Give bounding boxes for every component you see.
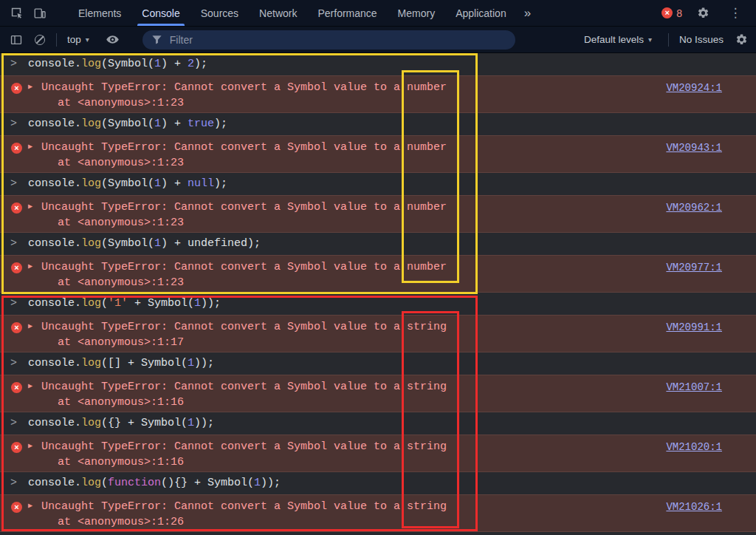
clear-console-icon[interactable]: [28, 27, 52, 52]
error-source-link[interactable]: VM20924:1: [666, 82, 722, 94]
kebab-menu-icon[interactable]: ⋮: [724, 5, 747, 21]
code-token: log: [81, 357, 101, 369]
code-token: ) +: [161, 58, 188, 70]
console-sidebar-toggle-icon[interactable]: [4, 27, 28, 52]
error-source-link[interactable]: VM21026:1: [666, 501, 722, 513]
error-source-link[interactable]: VM20991:1: [666, 321, 722, 333]
error-count-badge[interactable]: × 8: [662, 7, 682, 19]
toolbar-separator: [668, 33, 669, 47]
code-token: console.: [28, 297, 81, 310]
issues-status[interactable]: No Issues: [679, 34, 724, 45]
tab-console[interactable]: Console: [131, 0, 190, 26]
expand-triangle-icon[interactable]: ▶: [28, 202, 32, 211]
error-message-text: Uncaught TypeError: Cannot convert a Sym…: [41, 261, 407, 273]
console-error-row: ×▶Uncaught TypeError: Cannot convert a S…: [0, 135, 756, 173]
error-message-text: Uncaught TypeError: Cannot convert a Sym…: [41, 141, 407, 154]
command-prompt-chevron: >: [10, 352, 28, 375]
code-token: null: [188, 177, 214, 190]
console-command-row: >console.log('1' + Symbol(1));: [0, 293, 756, 315]
inspect-element-icon[interactable]: [4, 0, 28, 26]
code-token: 2: [188, 58, 194, 70]
error-message-text: Uncaught TypeError: Cannot convert a Sym…: [41, 201, 407, 214]
funnel-icon: [151, 34, 162, 45]
error-location: at <anonymous>:1:23: [58, 275, 756, 290]
console-error-row: ×▶Uncaught TypeError: Cannot convert a S…: [0, 494, 756, 532]
command-prompt-chevron: >: [10, 113, 28, 135]
error-source-link[interactable]: VM21020:1: [666, 441, 722, 453]
error-source-link[interactable]: VM21007:1: [666, 381, 722, 393]
error-message: Uncaught TypeError: Cannot convert a Sym…: [41, 140, 756, 155]
sidebar-toggle-glyph: [10, 33, 23, 47]
code-token: 1: [154, 58, 161, 70]
console-settings-gear-icon[interactable]: [729, 27, 753, 52]
error-icon: ×: [11, 442, 22, 453]
log-levels-label: Default levels: [584, 34, 644, 45]
error-location: at <anonymous>:1:16: [58, 395, 756, 410]
expand-triangle-icon[interactable]: ▶: [28, 321, 32, 330]
error-location: at <anonymous>:1:26: [58, 514, 756, 530]
live-expression-eye-icon[interactable]: [101, 27, 125, 52]
code-token: ({} + Symbol(: [101, 417, 188, 429]
expand-triangle-icon[interactable]: ▶: [28, 501, 32, 510]
device-toolbar-glyph: [33, 7, 47, 20]
code-token: ) +: [161, 177, 188, 190]
tab-sources[interactable]: Sources: [190, 0, 249, 26]
code-token: log: [81, 117, 101, 130]
code-token: + Symbol(: [128, 297, 194, 310]
error-location: at <anonymous>:1:23: [58, 215, 756, 231]
code-token: console.: [28, 357, 81, 369]
tab-application[interactable]: Application: [445, 0, 517, 26]
chevron-down-icon: ▾: [86, 35, 89, 44]
tab-memory[interactable]: Memory: [388, 0, 446, 26]
conversion-type-word: string: [407, 381, 447, 393]
gear-glyph: [697, 7, 709, 19]
code-token: ) +: [161, 117, 188, 130]
tab-performance[interactable]: Performance: [307, 0, 387, 26]
log-levels-dropdown[interactable]: Default levels ▾: [578, 34, 658, 45]
tab-elements[interactable]: Elements: [68, 0, 131, 26]
filter-input[interactable]: [168, 33, 506, 47]
console-command-row: >console.log(Symbol(1) + null);: [0, 173, 756, 195]
code-token: console.: [28, 417, 81, 429]
settings-gear-icon[interactable]: [691, 7, 715, 19]
devtools-tab-bar: Elements Console Sources Network Perform…: [0, 0, 756, 27]
code-token: ));: [194, 357, 214, 369]
conversion-type-word: string: [407, 321, 447, 333]
device-toolbar-icon[interactable]: [28, 0, 52, 26]
console-command-row: >console.log(Symbol(1) + 2);: [0, 53, 756, 75]
error-message-text: Uncaught TypeError: Cannot convert a Sym…: [41, 81, 407, 94]
error-message: Uncaught TypeError: Cannot convert a Sym…: [41, 319, 756, 335]
code-token: (){} + Symbol(: [161, 477, 254, 489]
expand-triangle-icon[interactable]: ▶: [28, 262, 32, 270]
expand-triangle-icon[interactable]: ▶: [28, 381, 32, 390]
error-message-text: Uncaught TypeError: Cannot convert a Sym…: [41, 381, 407, 393]
funnel-glyph: [151, 34, 162, 45]
code-token: true: [188, 117, 214, 130]
error-source-link[interactable]: VM20962:1: [666, 202, 722, 214]
expand-triangle-icon[interactable]: ▶: [28, 441, 32, 450]
conversion-type-word: number: [407, 201, 447, 214]
console-toolbar: top ▾ Default levels ▾ No Issues: [0, 27, 756, 53]
error-source-link[interactable]: VM20977:1: [666, 262, 722, 273]
code-token: log: [81, 297, 101, 310]
code-token: log: [81, 477, 101, 489]
expand-triangle-icon[interactable]: ▶: [28, 142, 32, 151]
error-icon: ×: [11, 83, 22, 94]
code-token: log: [81, 417, 101, 429]
code-token: (Symbol(: [101, 177, 154, 190]
panel-tabs: Elements Console Sources Network Perform…: [68, 0, 538, 26]
context-selector-dropdown[interactable]: top ▾: [61, 34, 95, 45]
filter-box[interactable]: [142, 30, 515, 50]
console-error-row: ×▶Uncaught TypeError: Cannot convert a S…: [0, 75, 756, 113]
console-error-row: ×▶Uncaught TypeError: Cannot convert a S…: [0, 255, 756, 293]
code-token: ));: [194, 417, 214, 429]
console-messages: >console.log(Symbol(1) + 2);×▶Uncaught T…: [0, 53, 756, 532]
error-icon: ×: [11, 502, 22, 513]
command-prompt-chevron: >: [10, 412, 28, 435]
more-tabs-button[interactable]: »: [517, 0, 538, 26]
tab-network[interactable]: Network: [249, 0, 307, 26]
expand-triangle-icon[interactable]: ▶: [28, 82, 32, 91]
error-source-link[interactable]: VM20943:1: [666, 142, 722, 154]
code-token: );: [214, 177, 227, 190]
conversion-type-word: number: [407, 81, 447, 94]
